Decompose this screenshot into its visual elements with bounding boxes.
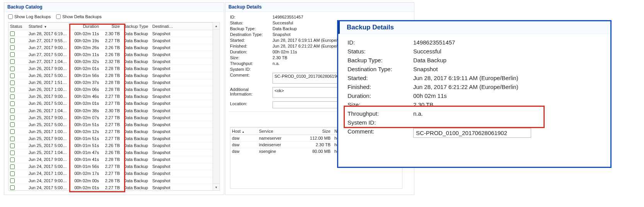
status-success-icon <box>10 157 15 162</box>
cell-destination: Snapshot <box>151 128 176 135</box>
table-row[interactable]: Jun 24, 2017 9:00:08 ..00h 01m 41s2.28 T… <box>9 156 213 163</box>
status-success-icon <box>10 74 15 78</box>
col-size[interactable]: Size <box>101 23 122 30</box>
table-row[interactable]: Jun 26, 2017 9:00:08 ..00h 02m 46s2.27 T… <box>9 93 213 100</box>
col-extra[interactable] <box>176 23 213 30</box>
cell-size: 2.27 TB <box>101 163 122 170</box>
cell-started: Jun 24, 2017 5:00:08 .. <box>27 163 70 170</box>
table-row[interactable]: Jun 25, 2017 9:00:08 ..00h 01m 51s2.27 T… <box>9 135 213 142</box>
cell-destination: Snapshot <box>151 100 176 107</box>
col-backup-type[interactable]: Backup Type <box>122 23 151 30</box>
val-throughput: n.a. <box>273 61 279 66</box>
table-row[interactable]: Jun 26, 2017 5:00:11 ..00h 02m 01s2.27 T… <box>9 100 213 107</box>
cell-size: 2.30 TB <box>101 107 122 114</box>
cell-duration: 00h 02m 19s <box>70 37 101 44</box>
cell-destination: Snapshot <box>151 30 176 37</box>
cell-destination: Snapshot <box>151 79 176 86</box>
table-row[interactable]: Jun 24, 2017 5:00:08 ..00h 02m 01s2.27 T… <box>9 184 213 190</box>
cell-destination: Snapshot <box>151 142 176 149</box>
table-row[interactable]: Jun 27, 2017 1:04:16 ..00h 02m 32s2.32 T… <box>9 58 213 65</box>
status-success-icon <box>10 101 15 106</box>
cell-size: 2.27 TB <box>101 100 122 107</box>
table-row[interactable]: Jun 26, 2017 5:00:09 ..00h 01m 56s2.28 T… <box>9 72 213 79</box>
cell-started: Jun 28, 2017 6:19:11 .. <box>27 30 70 37</box>
cell-type: Data Backup <box>122 142 151 149</box>
col-duration[interactable]: Duration <box>70 23 101 30</box>
val-id: 1498623551457 <box>273 15 303 19</box>
cell-status <box>9 163 27 170</box>
status-success-icon <box>10 115 15 120</box>
status-success-icon <box>10 94 15 99</box>
cell-type: Data Backup <box>122 177 151 184</box>
backup-catalog-table[interactable]: Status Started▼ Duration Size Backup Typ… <box>9 22 213 190</box>
cell-destination: Snapshot <box>151 156 176 163</box>
table-row[interactable]: Jun 27, 2017 5:00:08 ..00h 02m 11s2.26 T… <box>9 51 213 58</box>
cell-size: 2.28 TB <box>101 86 122 93</box>
status-success-icon <box>10 38 15 43</box>
p-lbl-status: Status: <box>348 48 413 55</box>
table-row[interactable]: Jun 24, 2017 9:00:12 ..00h 02m 00s2.28 T… <box>9 177 213 184</box>
table-row[interactable]: Jun 25, 2017 9:00:11 ..00h 02m 07s2.27 T… <box>9 114 213 121</box>
status-success-icon <box>10 80 15 85</box>
show-delta-backups-checkbox[interactable]: Show Delta Backups <box>56 14 102 19</box>
cell-status <box>9 142 27 149</box>
cell-type: Data Backup <box>122 170 151 177</box>
cell-duration: 00h 02m 17s <box>70 170 101 177</box>
val-status: Successful <box>273 21 293 25</box>
p-lbl-started: Started: <box>348 75 413 81</box>
cell-type: Data Backup <box>122 156 151 163</box>
cell-status <box>9 58 27 65</box>
svc-col-size[interactable]: Size <box>302 128 333 135</box>
status-success-icon <box>10 87 15 92</box>
p-val-finished: Jun 28, 2017 6:21:22 AM (Europe/Berlin) <box>413 84 518 90</box>
cell-type: Data Backup <box>122 79 151 86</box>
cell-size: 2.27 TB <box>101 170 122 177</box>
cell-started: Jun 26, 2017 5:00:09 .. <box>27 72 70 79</box>
cell-duration: 00h 02m 11s <box>70 30 101 37</box>
table-row[interactable]: Jun 25, 2017 1:04:13 ..00h 01m 47s2.26 T… <box>9 149 213 156</box>
p-lbl-id: ID: <box>348 39 413 46</box>
table-row[interactable]: Jun 26, 2017 9:00:10 ..00h 02m 01s2.28 T… <box>9 65 213 72</box>
table-row[interactable]: Jun 26, 2017 1:04:21 ..00h 02m 38s2.30 T… <box>9 107 213 114</box>
lbl-dest-type: Destination Type: <box>230 32 273 37</box>
val-backup-type: Data Backup <box>273 26 297 31</box>
table-row[interactable]: Jun 25, 2017 5:00:11 ..00h 01m 51s2.26 T… <box>9 142 213 149</box>
scroll-up-icon[interactable]: ▴ <box>213 22 220 29</box>
table-row[interactable]: Jun 27, 2017 9:55:57 ..00h 02m 19s2.27 T… <box>9 37 213 44</box>
show-delta-label: Show Delta Backups <box>62 14 102 19</box>
svc-col-host[interactable]: Host▴ <box>230 128 257 135</box>
cell-started: Jun 24, 2017 1:00:08 .. <box>27 170 70 177</box>
col-destination[interactable]: Destinatio... <box>151 23 176 30</box>
cell-status <box>9 51 27 58</box>
table-row[interactable]: Jun 26, 2017 1:00:08 ..00h 02m 06s2.28 T… <box>9 86 213 93</box>
p-val-started: Jun 28, 2017 6:19:11 AM (Europe/Berlin) <box>413 75 518 81</box>
sort-asc-icon: ▴ <box>242 130 244 133</box>
show-log-backups-checkbox[interactable]: Show Log Backups <box>8 14 51 19</box>
cell-type: Data Backup <box>122 107 151 114</box>
cell-status <box>9 177 27 184</box>
table-row[interactable]: Jun 26, 2017 1:51:50 ..00h 02m 37s2.28 T… <box>9 79 213 86</box>
cell-duration: 00h 01m 56s <box>70 72 101 79</box>
table-row[interactable]: Jun 25, 2017 5:00:11 ..00h 01m 51s2.27 T… <box>9 121 213 128</box>
table-row[interactable]: Jun 28, 2017 6:19:11 ..00h 02m 11s2.30 T… <box>9 30 213 37</box>
col-status[interactable]: Status <box>9 23 27 30</box>
table-row[interactable]: Jun 27, 2017 9:00:11 ..00h 02m 26s2.26 T… <box>9 44 213 51</box>
popup-comment-textbox[interactable]: SC-PROD_0100_20170628061902 <box>413 128 531 138</box>
table-row[interactable]: Jun 24, 2017 5:00:08 ..00h 01m 56s2.27 T… <box>9 163 213 170</box>
popup-title: Backup Details <box>338 21 610 34</box>
table-row[interactable]: Jun 24, 2017 1:00:08 ..00h 02m 17s2.27 T… <box>9 170 213 177</box>
cell-status <box>9 107 27 114</box>
p-lbl-finished: Finished: <box>348 84 413 90</box>
cell-started: Jun 25, 2017 5:00:11 .. <box>27 142 70 149</box>
cell-duration: 00h 01m 51s <box>70 135 101 142</box>
cell-started: Jun 26, 2017 5:00:11 .. <box>27 100 70 107</box>
col-started[interactable]: Started▼ <box>27 23 70 30</box>
status-success-icon <box>10 178 15 183</box>
catalog-scrollbar[interactable]: ▴ ▾ <box>213 22 220 190</box>
scroll-down-icon[interactable]: ▾ <box>213 183 220 190</box>
cell-duration: 00h 02m 06s <box>70 86 101 93</box>
cell-duration: 00h 01m 51s <box>70 121 101 128</box>
lbl-backup-type: Backup Type: <box>230 26 273 31</box>
svc-col-service[interactable]: Service <box>257 128 302 135</box>
table-row[interactable]: Jun 25, 2017 1:00:11 ..00h 02m 12s2.27 T… <box>9 128 213 135</box>
